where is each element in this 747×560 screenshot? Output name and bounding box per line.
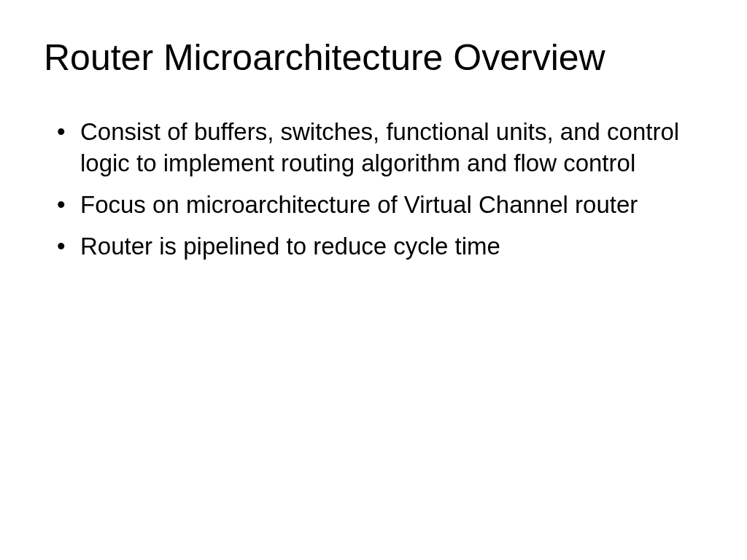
bullet-item: Consist of buffers, switches, functional… bbox=[57, 117, 703, 179]
slide-content: Consist of buffers, switches, functional… bbox=[44, 117, 703, 262]
bullet-list: Consist of buffers, switches, functional… bbox=[57, 117, 703, 262]
slide-container: Router Microarchitecture Overview Consis… bbox=[0, 0, 747, 560]
slide-title: Router Microarchitecture Overview bbox=[44, 36, 703, 79]
bullet-item: Router is pipelined to reduce cycle time bbox=[57, 231, 703, 262]
bullet-item: Focus on microarchitecture of Virtual Ch… bbox=[57, 190, 703, 221]
